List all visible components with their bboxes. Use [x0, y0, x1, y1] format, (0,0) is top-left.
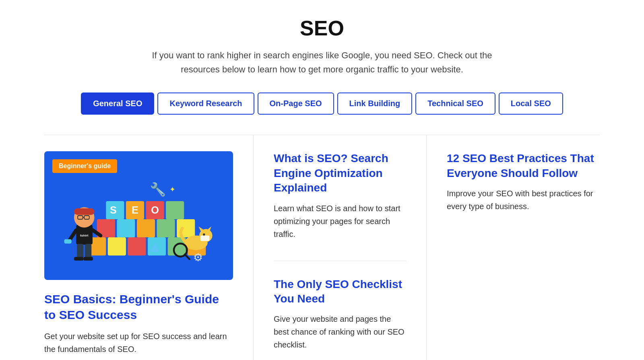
svg-rect-9: [137, 219, 155, 237]
content-grid: Beginner's guide: [44, 135, 600, 360]
svg-rect-3: [128, 237, 146, 255]
tab-general-seo[interactable]: General SEO: [81, 93, 154, 115]
svg-text:✦: ✦: [169, 186, 175, 194]
middle-article-2-title[interactable]: The Only SEO Checklist You Need: [274, 277, 406, 307]
page-title: SEO: [44, 16, 600, 40]
middle-articles-col: What is SEO? Search Engine Optimization …: [254, 135, 427, 360]
svg-text:O: O: [151, 205, 159, 216]
svg-rect-31: [74, 257, 83, 261]
middle-article-1: What is SEO? Search Engine Optimization …: [274, 151, 406, 240]
middle-article-2: The Only SEO Checklist You Need Give you…: [274, 277, 406, 352]
featured-article-title[interactable]: SEO Basics: Beginner's Guide to SEO Succ…: [44, 291, 233, 323]
page-description: If you want to rank higher in search eng…: [151, 48, 493, 76]
svg-text:S: S: [110, 205, 117, 216]
middle-article-1-title[interactable]: What is SEO? Search Engine Optimization …: [274, 151, 406, 195]
right-article-1: 12 SEO Best Practices That Everyone Shou…: [447, 151, 600, 213]
svg-rect-8: [117, 219, 135, 237]
svg-text:tshirt: tshirt: [80, 234, 89, 238]
svg-text:E: E: [132, 205, 138, 216]
svg-rect-29: [77, 244, 83, 259]
right-article-1-description: Improve your SEO with best practices for…: [447, 187, 600, 213]
right-article-1-title[interactable]: 12 SEO Best Practices That Everyone Shou…: [447, 151, 600, 181]
tab-link-building[interactable]: Link Building: [337, 93, 413, 115]
svg-rect-2: [108, 237, 126, 255]
header-section: SEO If you want to rank higher in search…: [44, 16, 600, 76]
svg-rect-22: [74, 208, 95, 215]
svg-rect-10: [157, 219, 175, 237]
svg-rect-37: [200, 236, 210, 241]
featured-article-block: SEO Basics: Beginner's Guide to SEO Succ…: [44, 291, 233, 356]
tabs-container: General SEO Keyword Research On-Page SEO…: [44, 93, 600, 115]
beginner-badge: Beginner's guide: [52, 159, 117, 173]
svg-text:⚙: ⚙: [193, 251, 203, 263]
tab-on-page-seo[interactable]: On-Page SEO: [258, 93, 334, 115]
featured-article-description: Get your website set up for SEO success …: [44, 330, 233, 356]
middle-article-1-description: Learn what SEO is and how to start optim…: [274, 202, 406, 241]
svg-text:🔧: 🔧: [150, 181, 166, 197]
tab-local-seo[interactable]: Local SEO: [499, 93, 563, 115]
middle-divider: [274, 261, 406, 261]
svg-rect-11: [177, 219, 195, 237]
tab-keyword-research[interactable]: Keyword Research: [157, 93, 254, 115]
svg-rect-15: [166, 201, 184, 219]
featured-article-col: Beginner's guide: [44, 135, 254, 360]
tab-technical-seo[interactable]: Technical SEO: [415, 93, 495, 115]
svg-rect-27: [64, 239, 72, 244]
middle-article-2-description: Give your website and pages the best cha…: [274, 313, 406, 351]
right-articles-col: 12 SEO Best Practices That Everyone Shou…: [427, 135, 600, 360]
svg-point-38: [203, 234, 205, 236]
featured-image: Beginner's guide: [44, 151, 233, 280]
svg-rect-32: [83, 257, 93, 261]
svg-rect-30: [85, 244, 91, 259]
